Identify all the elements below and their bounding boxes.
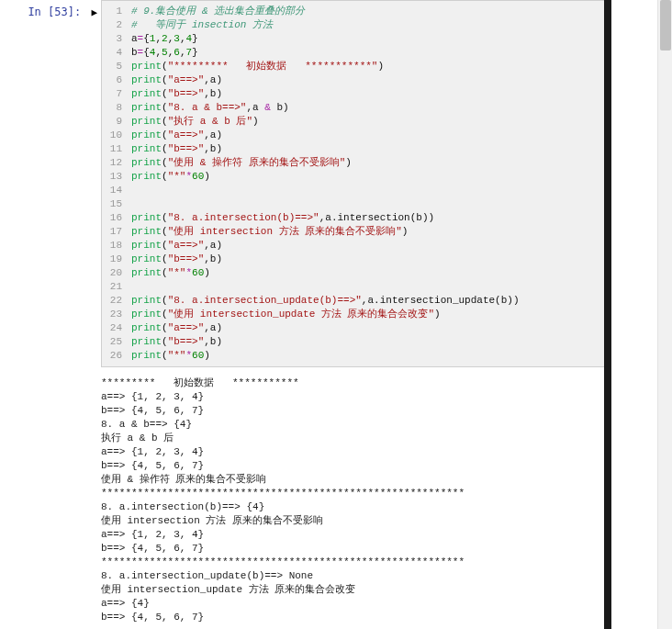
token-str: "a==>" [168, 129, 205, 140]
token-punc: ) [429, 212, 435, 223]
token-punc: , [204, 322, 210, 333]
token-comment: # 9.集合使用 & 选出集合重叠的部分 [131, 6, 305, 17]
token-punc: ( [162, 336, 168, 347]
page-scrollbar[interactable] [657, 0, 672, 629]
run-cell-icon[interactable]: ▶ [91, 6, 97, 18]
scroll-thumb[interactable] [660, 0, 671, 51]
token-punc: ( [162, 295, 168, 306]
code-line[interactable]: print("b==>",b) [131, 335, 601, 349]
token-punc: ) [216, 240, 222, 251]
token-punc: ) [216, 322, 222, 333]
prompt-label: In [53]: [28, 6, 81, 18]
line-number: 22 [102, 294, 122, 308]
token-punc: ) [204, 350, 210, 361]
line-number-gutter: 1234567891011121314151617181920212223242… [102, 1, 126, 366]
token-str: "a==>" [168, 322, 205, 333]
token-punc: ( [162, 88, 168, 99]
token-str: "a==>" [168, 74, 205, 85]
token-name: intersection_update [380, 295, 495, 306]
token-name: b [131, 47, 138, 58]
code-line[interactable]: print("8. a.intersection(b)==>",a.inters… [131, 211, 601, 225]
inner-scrollbar[interactable] [604, 0, 611, 629]
token-func: print [131, 322, 162, 333]
token-punc: ( [162, 157, 168, 168]
token-func: print [131, 253, 162, 264]
line-number: 3 [102, 32, 122, 46]
line-number: 11 [102, 142, 122, 156]
token-punc: ) [345, 157, 352, 168]
code-line[interactable]: print("a==>",a) [131, 129, 601, 142]
code-line[interactable]: print("使用 intersection 方法 原来的集合不受影响") [131, 225, 601, 239]
code-line[interactable]: print("*"*60) [131, 349, 601, 363]
code-line[interactable]: print("b==>",b) [131, 87, 601, 101]
line-number: 2 [102, 18, 122, 32]
token-str: "********* 初始数据 ***********" [168, 61, 378, 72]
token-punc: , [204, 143, 210, 154]
token-punc: ) [216, 129, 222, 140]
code-line[interactable]: b={4,5,6,7} [131, 46, 601, 60]
code-line[interactable]: print("8. a.intersection_update(b)==>",a… [131, 294, 601, 308]
code-line[interactable]: print("*"*60) [131, 170, 601, 184]
token-str: "b==>" [168, 143, 205, 154]
code-line[interactable]: print("*"*60) [131, 266, 601, 280]
code-line[interactable]: print("b==>",b) [131, 253, 601, 266]
output-line: 使用 & 操作符 原来的集合不受影响 [101, 473, 608, 487]
cell-body: 1234567891011121314151617181920212223242… [101, 0, 608, 629]
line-number: 14 [102, 184, 122, 197]
token-punc: ( [162, 116, 168, 127]
line-number: 5 [102, 60, 122, 73]
token-punc: ) [377, 61, 384, 72]
token-punc: , [204, 240, 210, 251]
token-punc: ) [204, 171, 210, 182]
token-str: "使用 intersection 方法 原来的集合不受影响" [168, 226, 402, 237]
output-line: 使用 intersection 方法 原来的集合不受影响 [101, 514, 608, 528]
token-punc: ) [216, 74, 222, 85]
token-op: & [264, 102, 271, 113]
code-line[interactable] [131, 280, 601, 294]
code-line[interactable]: print("8. a & b==>",a & b) [131, 101, 601, 115]
token-punc: ) [513, 295, 520, 306]
output-line: 8. a & b==> {4} [101, 418, 608, 432]
code-line[interactable]: print("b==>",b) [131, 142, 601, 156]
code-line[interactable]: print("a==>",a) [131, 321, 601, 335]
token-name: a [325, 212, 331, 223]
code-line[interactable]: # 9.集合使用 & 选出集合重叠的部分 [131, 5, 601, 18]
token-punc: ( [162, 226, 168, 237]
token-num: 6 [174, 47, 180, 58]
token-punc: , [204, 88, 210, 99]
line-number: 8 [102, 101, 122, 115]
code-line[interactable] [131, 197, 601, 211]
token-func: print [131, 226, 162, 237]
token-name: b [416, 212, 422, 223]
token-punc: ( [162, 322, 168, 333]
code-line[interactable]: print("a==>",a) [131, 239, 601, 253]
line-number: 15 [102, 197, 122, 211]
code-input-area[interactable]: 1234567891011121314151617181920212223242… [101, 0, 608, 367]
token-punc: ( [162, 212, 168, 223]
token-punc: ( [495, 295, 501, 306]
token-num: 3 [174, 33, 180, 44]
token-func: print [131, 129, 162, 140]
code-text[interactable]: # 9.集合使用 & 选出集合重叠的部分# 等同于 insection 方法a=… [126, 1, 607, 366]
token-punc: , [204, 336, 210, 347]
code-line[interactable]: print("执行 a & b 后") [131, 115, 601, 129]
token-punc: ) [434, 309, 441, 320]
output-line: 8. a.intersection(b)==> {4} [101, 500, 608, 514]
token-punc: } [192, 33, 198, 44]
output-line: ****************************************… [101, 487, 608, 500]
token-str: "执行 a & b 后" [168, 116, 252, 127]
code-line[interactable]: print("a==>",a) [131, 73, 601, 87]
code-line[interactable]: print("使用 & 操作符 原来的集合不受影响") [131, 156, 601, 170]
code-line[interactable]: print("使用 intersection_update 方法 原来的集合会改… [131, 308, 601, 321]
code-line[interactable]: a={1,2,3,4} [131, 32, 601, 46]
line-number: 24 [102, 321, 122, 335]
code-line[interactable]: # 等同于 insection 方法 [131, 18, 601, 32]
code-line[interactable] [131, 184, 601, 197]
output-line: b==> {4, 5, 6, 7} [101, 611, 608, 624]
output-line: a==> {1, 2, 3, 4} [101, 528, 608, 542]
token-punc: , [204, 74, 210, 85]
token-punc: ( [162, 61, 168, 72]
code-line[interactable]: print("********* 初始数据 ***********") [131, 60, 601, 73]
token-punc: ( [162, 253, 168, 264]
token-str: "*" [168, 267, 186, 278]
